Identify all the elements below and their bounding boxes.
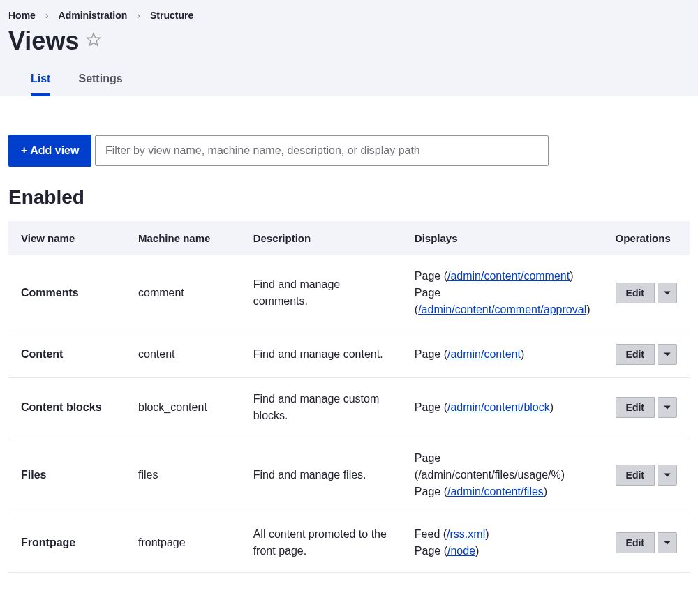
dropbutton-toggle[interactable] <box>658 465 677 486</box>
dropbutton-toggle[interactable] <box>658 532 677 553</box>
dropbutton: Edit <box>616 397 677 418</box>
svg-marker-0 <box>87 33 100 45</box>
table-row: FilesfilesFind and manage files.Page (/a… <box>8 437 690 513</box>
views-table: View name Machine name Description Displ… <box>8 221 690 573</box>
display-entry: Page (/admin/content/comment) <box>415 268 591 285</box>
edit-button[interactable]: Edit <box>616 344 655 365</box>
operations-cell: Edit <box>603 255 690 331</box>
operations-cell: Edit <box>603 378 690 437</box>
view-name-cell: Comments <box>8 255 126 331</box>
displays-cell: Page (/admin/content/comment)Page (/admi… <box>402 255 603 331</box>
display-link[interactable]: /admin/content/block <box>447 401 550 413</box>
operations-cell: Edit <box>603 513 690 573</box>
edit-button[interactable]: Edit <box>616 532 655 553</box>
view-name-cell: Content blocks <box>8 378 126 437</box>
breadcrumb-structure[interactable]: Structure <box>150 10 193 21</box>
dropbutton-toggle[interactable] <box>658 283 677 303</box>
display-entry: Page (/admin/content/comment/approval) <box>415 285 591 318</box>
chevron-down-icon <box>663 350 671 359</box>
dropbutton: Edit <box>616 344 677 365</box>
display-link[interactable]: /admin/content <box>447 348 521 360</box>
tabs: List Settings <box>8 66 690 96</box>
chevron-down-icon <box>663 471 671 479</box>
display-entry: Page (/node) <box>415 543 591 559</box>
tab-list[interactable]: List <box>31 66 50 96</box>
description-cell: All content promoted to the front page. <box>241 513 402 573</box>
col-header-view-name: View name <box>8 221 126 255</box>
displays-cell: Page (/admin/content) <box>402 331 603 378</box>
col-header-operations: Operations <box>603 221 690 255</box>
displays-cell: Page (/admin/content/block) <box>402 378 603 437</box>
view-name-cell: Files <box>8 437 126 513</box>
description-cell: Find and manage custom blocks. <box>241 378 402 437</box>
tab-settings[interactable]: Settings <box>78 66 122 96</box>
section-title-enabled: Enabled <box>8 186 690 209</box>
dropbutton: Edit <box>616 532 677 553</box>
dropbutton-toggle[interactable] <box>658 344 677 365</box>
operations-cell: Edit <box>603 331 690 378</box>
display-link[interactable]: /admin/content/comment/approval <box>418 303 586 315</box>
view-name-cell: Frontpage <box>8 513 126 573</box>
col-header-machine-name: Machine name <box>126 221 241 255</box>
description-cell: Find and manage content. <box>241 331 402 378</box>
dropbutton: Edit <box>616 465 677 486</box>
chevron-right-icon: › <box>137 10 140 21</box>
star-icon[interactable] <box>86 32 101 50</box>
machine-name-cell: files <box>126 437 241 513</box>
description-cell: Find and manage files. <box>241 437 402 513</box>
operations-cell: Edit <box>603 437 690 513</box>
chevron-right-icon: › <box>45 10 49 21</box>
displays-cell: Page (/admin/content/files/usage/%)Page … <box>402 437 603 513</box>
display-entry: Feed (/rss.xml) <box>415 526 591 543</box>
machine-name-cell: content <box>126 331 241 378</box>
filter-input[interactable] <box>95 135 549 166</box>
dropbutton-toggle[interactable] <box>658 397 677 418</box>
machine-name-cell: frontpage <box>126 513 241 573</box>
display-link[interactable]: /rss.xml <box>447 528 485 540</box>
displays-cell: Feed (/rss.xml)Page (/node) <box>402 513 603 573</box>
machine-name-cell: block_content <box>126 378 241 437</box>
edit-button[interactable]: Edit <box>616 465 655 486</box>
chevron-down-icon <box>663 539 671 547</box>
edit-button[interactable]: Edit <box>616 397 655 418</box>
display-entry: Page (/admin/content) <box>415 346 591 363</box>
table-row: ContentcontentFind and manage content.Pa… <box>8 331 690 378</box>
breadcrumb: Home › Administration › Structure <box>8 10 690 21</box>
table-row: FrontpagefrontpageAll content promoted t… <box>8 513 690 573</box>
display-link[interactable]: /node <box>447 545 475 557</box>
chevron-down-icon <box>663 289 671 297</box>
display-link[interactable]: /admin/content/comment <box>447 270 570 282</box>
breadcrumb-home[interactable]: Home <box>8 10 36 21</box>
dropbutton: Edit <box>616 283 677 303</box>
display-entry: Page (/admin/content/block) <box>415 399 591 416</box>
col-header-description: Description <box>241 221 402 255</box>
col-header-displays: Displays <box>402 221 603 255</box>
table-row: CommentscommentFind and manage comments.… <box>8 255 690 331</box>
view-name-cell: Content <box>8 331 126 378</box>
chevron-down-icon <box>663 403 671 412</box>
page-title: Views <box>8 27 79 56</box>
display-entry: Page (/admin/content/files/usage/%) <box>415 450 591 483</box>
edit-button[interactable]: Edit <box>616 283 655 303</box>
display-entry: Page (/admin/content/files) <box>415 483 591 500</box>
description-cell: Find and manage comments. <box>241 255 402 331</box>
machine-name-cell: comment <box>126 255 241 331</box>
add-view-button[interactable]: + Add view <box>8 135 91 167</box>
table-row: Content blocksblock_contentFind and mana… <box>8 378 690 437</box>
breadcrumb-administration[interactable]: Administration <box>59 10 128 21</box>
display-link[interactable]: /admin/content/files <box>447 486 544 497</box>
